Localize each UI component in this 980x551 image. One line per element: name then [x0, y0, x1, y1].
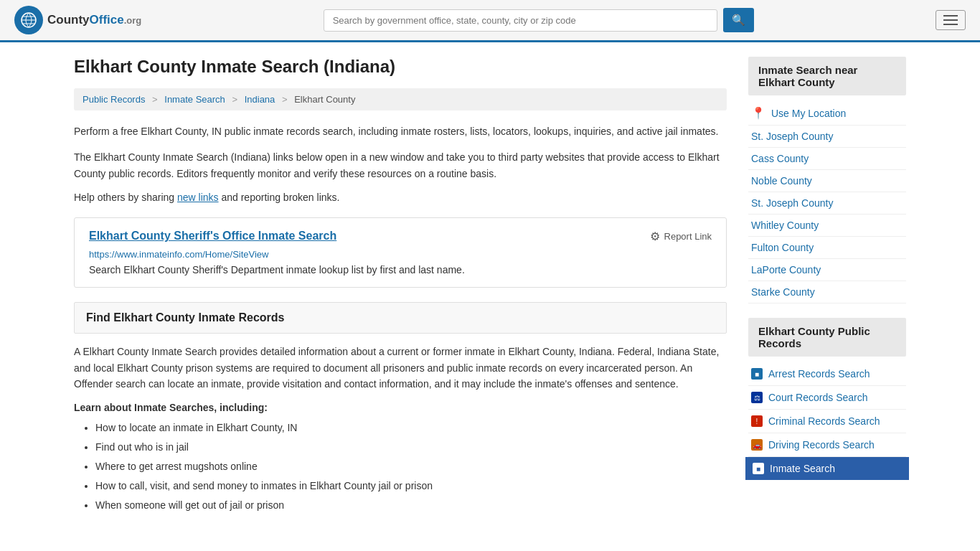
- nearby-link-item-7: Starke County: [748, 281, 906, 303]
- intro-text-2: The Elkhart County Inmate Search (Indian…: [74, 149, 727, 182]
- nearby-link-item-3: St. Joseph County: [748, 192, 906, 215]
- search-icon: 🔍: [732, 14, 745, 26]
- find-section-title: Find Elkhart County Inmate Records: [86, 311, 284, 324]
- public-records-section: Elkhart County Public Records ■ Arrest R…: [748, 318, 906, 480]
- public-records-header: Elkhart County Public Records: [748, 318, 906, 357]
- intro-text-1: Perform a free Elkhart County, IN public…: [74, 123, 727, 139]
- nearby-link-0[interactable]: St. Joseph County: [751, 131, 833, 142]
- nearby-link-item-4: Whitley County: [748, 215, 906, 237]
- logo-icon: [14, 6, 43, 34]
- content-area: Elkhart County Inmate Search (Indiana) P…: [74, 57, 727, 517]
- breadcrumb-public-records[interactable]: Public Records: [83, 94, 145, 105]
- location-icon: 📍: [751, 106, 765, 120]
- help-text-before: Help others by sharing: [74, 192, 177, 203]
- inmate-search-icon: ■: [753, 463, 764, 474]
- nearby-link-3[interactable]: St. Joseph County: [751, 197, 833, 209]
- breadcrumb-sep-1: >: [152, 94, 158, 105]
- bullet-list: How to locate an inmate in Elkhart Count…: [74, 420, 727, 513]
- help-text: Help others by sharing new links and rep…: [74, 192, 727, 203]
- list-item: Where to get arrest mugshots online: [95, 459, 727, 474]
- breadcrumb-inmate-search[interactable]: Inmate Search: [164, 94, 225, 105]
- arrest-records-icon: ■: [751, 368, 763, 380]
- driving-records-link[interactable]: Driving Records Search: [768, 439, 875, 451]
- nearby-link-1[interactable]: Cass County: [751, 153, 809, 164]
- nearby-link-4[interactable]: Whitley County: [751, 220, 819, 231]
- site-header: CountyOffice.org 🔍: [0, 0, 980, 42]
- court-records-link[interactable]: Court Records Search: [768, 392, 868, 403]
- report-icon: ⚙: [650, 230, 660, 243]
- nearby-section: Inmate Search near Elkhart County 📍 Use …: [748, 57, 906, 303]
- page-title: Elkhart County Inmate Search (Indiana): [74, 57, 727, 77]
- criminal-records-icon: !: [751, 415, 763, 427]
- report-link[interactable]: ⚙ Report Link: [650, 230, 712, 243]
- find-section-box: Find Elkhart County Inmate Records: [74, 302, 727, 334]
- use-my-location-link[interactable]: Use My Location: [771, 108, 846, 119]
- use-my-location-item[interactable]: 📍 Use My Location: [748, 101, 906, 126]
- list-item: Find out who is in jail: [95, 440, 727, 455]
- breadcrumb-sep-2: >: [232, 94, 237, 105]
- list-item: When someone will get out of jail or pri…: [95, 498, 727, 513]
- search-button[interactable]: 🔍: [723, 8, 754, 32]
- list-item: How to locate an inmate in Elkhart Count…: [95, 420, 727, 435]
- learn-heading: Learn about Inmate Searches, including:: [74, 402, 727, 413]
- nearby-link-2[interactable]: Noble County: [751, 175, 812, 187]
- nearby-link-6[interactable]: LaPorte County: [751, 264, 821, 276]
- driving-records-icon: 🚗: [751, 439, 763, 451]
- help-text-after: and reporting broken links.: [219, 192, 340, 203]
- pub-record-item-2[interactable]: ! Criminal Records Search: [748, 410, 906, 433]
- criminal-records-link[interactable]: Criminal Records Search: [768, 415, 880, 427]
- result-card: Elkhart County Sheriff's Office Inmate S…: [74, 217, 727, 288]
- nearby-link-item-2: Noble County: [748, 170, 906, 192]
- sidebar: Inmate Search near Elkhart County 📍 Use …: [748, 57, 906, 517]
- logo-text: CountyOffice.org: [47, 13, 141, 27]
- main-container: Elkhart County Inmate Search (Indiana) P…: [60, 42, 920, 532]
- pub-record-item-1[interactable]: ⚖ Court Records Search: [748, 386, 906, 410]
- new-links-link[interactable]: new links: [177, 192, 219, 203]
- pub-record-item-0[interactable]: ■ Arrest Records Search: [748, 362, 906, 386]
- nearby-link-5[interactable]: Fulton County: [751, 242, 814, 253]
- breadcrumb-indiana[interactable]: Indiana: [245, 94, 275, 105]
- search-area: 🔍: [324, 8, 754, 32]
- search-input[interactable]: [324, 9, 717, 32]
- nearby-link-7[interactable]: Starke County: [751, 286, 815, 298]
- nearby-link-item-5: Fulton County: [748, 237, 906, 259]
- list-item: How to call, visit, and send money to in…: [95, 479, 727, 494]
- menu-icon: [943, 15, 958, 25]
- logo[interactable]: CountyOffice.org: [14, 6, 141, 34]
- arrest-records-link[interactable]: Arrest Records Search: [768, 368, 870, 380]
- result-url[interactable]: https://www.inmateinfo.com/Home/SiteView: [89, 249, 712, 260]
- breadcrumb-current: Elkhart County: [294, 94, 355, 105]
- pub-record-item-4[interactable]: ■ Inmate Search: [745, 457, 909, 480]
- find-section-body: A Elkhart County Inmate Search provides …: [74, 344, 727, 392]
- court-records-icon: ⚖: [751, 392, 763, 403]
- hamburger-menu-button[interactable]: [936, 10, 966, 30]
- breadcrumb: Public Records > Inmate Search > Indiana…: [74, 88, 727, 110]
- breadcrumb-sep-3: >: [282, 94, 288, 105]
- nearby-header: Inmate Search near Elkhart County: [748, 57, 906, 95]
- result-title[interactable]: Elkhart County Sheriff's Office Inmate S…: [89, 230, 336, 242]
- result-card-header: Elkhart County Sheriff's Office Inmate S…: [89, 230, 712, 243]
- nearby-link-item-1: Cass County: [748, 148, 906, 170]
- report-link-label: Report Link: [664, 231, 712, 242]
- result-description: Search Elkhart County Sheriff's Departme…: [89, 264, 712, 276]
- nearby-link-item-6: LaPorte County: [748, 259, 906, 281]
- pub-record-item-3[interactable]: 🚗 Driving Records Search: [748, 433, 906, 457]
- nearby-link-item-0: St. Joseph County: [748, 126, 906, 148]
- inmate-search-link[interactable]: Inmate Search: [770, 463, 835, 474]
